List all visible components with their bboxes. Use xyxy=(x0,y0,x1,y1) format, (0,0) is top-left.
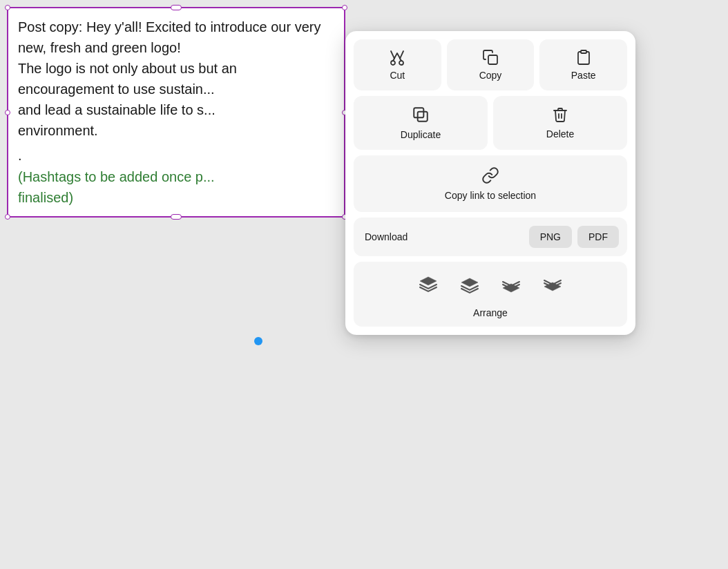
blue-dot-indicator xyxy=(254,337,262,345)
svg-rect-3 xyxy=(581,50,586,53)
paste-icon xyxy=(575,49,592,66)
copy-icon xyxy=(482,49,499,66)
handle-top-right[interactable] xyxy=(342,5,347,10)
send-to-back-button[interactable] xyxy=(413,270,443,300)
pdf-button[interactable]: PDF xyxy=(577,226,619,248)
download-label: Download xyxy=(362,231,524,242)
handle-bot-left[interactable] xyxy=(5,214,10,220)
hashtag-text: (Hashtags to be added once p...finalised… xyxy=(18,166,334,208)
duplicate-label: Duplicate xyxy=(401,129,441,140)
selected-text-element[interactable]: Post copy: Hey y'all! Excited to introdu… xyxy=(7,7,345,218)
svg-point-1 xyxy=(399,61,403,65)
arrange-section: Arrange xyxy=(354,262,627,327)
copy-link-section[interactable]: Copy link to selection xyxy=(354,155,627,212)
copy-button[interactable]: Copy xyxy=(447,39,535,90)
main-text-content: Post copy: Hey y'all! Excited to introdu… xyxy=(18,17,334,141)
png-button[interactable]: PNG xyxy=(529,226,572,248)
link-icon xyxy=(481,166,499,184)
bring-forward-icon xyxy=(501,276,521,295)
paste-button[interactable]: Paste xyxy=(539,39,627,90)
handle-top-center[interactable] xyxy=(171,5,182,10)
arrange-icons-row xyxy=(413,270,568,300)
delete-icon xyxy=(552,106,568,123)
duplicate-button[interactable]: Duplicate xyxy=(354,96,488,150)
dot-text: . xyxy=(18,148,334,164)
cut-label: Cut xyxy=(390,70,405,81)
send-backward-icon xyxy=(459,276,480,295)
arrange-label: Arrange xyxy=(473,307,508,318)
send-backward-button[interactable] xyxy=(454,270,485,300)
handle-bot-center[interactable] xyxy=(171,214,182,220)
svg-point-0 xyxy=(391,61,395,65)
bring-to-front-button[interactable] xyxy=(537,270,568,300)
svg-rect-4 xyxy=(418,112,428,122)
svg-rect-2 xyxy=(488,55,497,64)
cut-icon xyxy=(389,49,405,66)
copy-link-label: Copy link to selection xyxy=(445,190,536,201)
cut-button[interactable]: Cut xyxy=(354,39,441,90)
svg-rect-5 xyxy=(414,108,423,117)
paste-label: Paste xyxy=(571,70,596,81)
handle-mid-left[interactable] xyxy=(5,110,10,115)
delete-button[interactable]: Delete xyxy=(493,96,627,150)
handle-top-left[interactable] xyxy=(5,5,10,10)
send-to-back-icon xyxy=(418,276,439,295)
bring-to-front-icon xyxy=(542,276,563,295)
context-menu: Cut Copy Paste xyxy=(345,31,635,335)
duplicate-icon xyxy=(412,106,430,124)
delete-label: Delete xyxy=(546,128,574,139)
menu-row-edit: Duplicate Delete xyxy=(354,96,627,150)
copy-label: Copy xyxy=(479,70,502,81)
menu-row-clipboard: Cut Copy Paste xyxy=(354,39,627,90)
bring-forward-button[interactable] xyxy=(496,270,526,300)
download-section: Download PNG PDF xyxy=(354,218,627,256)
